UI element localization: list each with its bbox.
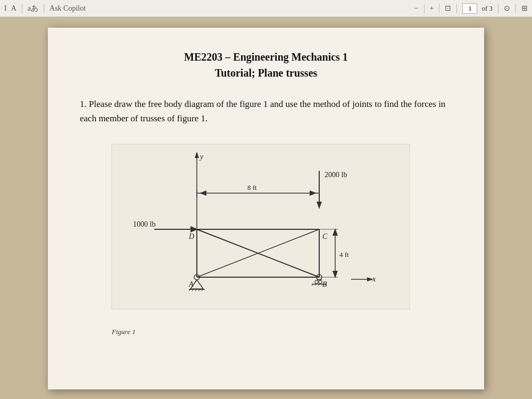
- document-title: ME2203 – Engineering Mechanics 1 Tutoria…: [80, 49, 452, 81]
- page-number-input[interactable]: [462, 3, 477, 14]
- svg-text:8 ft: 8 ft: [247, 184, 257, 192]
- page-count: of 3: [481, 4, 493, 13]
- toolbar-separator-7: [516, 4, 516, 13]
- figure-diagram: y x 2000 lb 8 ft: [112, 142, 410, 322]
- copy-icon[interactable]: ⊞: [521, 4, 528, 13]
- question-text: 1. Please draw the free body diagram of …: [80, 97, 452, 126]
- ask-copilot-button[interactable]: Ask Copilot: [49, 4, 86, 13]
- figure-label: Figure 1: [112, 328, 452, 336]
- document-page: ME2203 – Engineering Mechanics 1 Tutoria…: [48, 28, 484, 389]
- toolbar-separator-4: [439, 4, 439, 13]
- page-container: ME2203 – Engineering Mechanics 1 Tutoria…: [0, 17, 532, 399]
- svg-rect-0: [112, 144, 410, 309]
- truss-svg: y x 2000 lb 8 ft: [112, 142, 410, 322]
- title-line-2: Tutorial; Plane trusses: [80, 65, 452, 81]
- font-a-icon[interactable]: A: [11, 4, 16, 13]
- svg-text:A: A: [188, 280, 194, 288]
- plus-button[interactable]: +: [430, 4, 434, 13]
- toolbar: I A aあ Ask Copilot − + ⊡ of 3 ⊙ ⊞: [0, 0, 532, 17]
- aa-label[interactable]: aあ: [28, 4, 38, 13]
- svg-text:2000 lb: 2000 lb: [325, 171, 347, 179]
- svg-text:4 ft: 4 ft: [339, 251, 349, 259]
- svg-text:C: C: [322, 232, 328, 240]
- search-icon[interactable]: ⊙: [504, 4, 510, 13]
- fit-page-icon[interactable]: ⊡: [445, 4, 451, 13]
- toolbar-separator-3: [424, 4, 425, 13]
- minus-button[interactable]: −: [414, 4, 419, 13]
- toolbar-separator-1: [22, 4, 22, 13]
- title-line-1: ME2203 – Engineering Mechanics 1: [80, 49, 452, 65]
- svg-text:y: y: [199, 153, 204, 161]
- toolbar-separator-5: [456, 4, 457, 13]
- toolbar-separator-6: [498, 4, 498, 13]
- toolbar-separator-2: [44, 4, 44, 13]
- svg-text:1000 lb: 1000 lb: [133, 220, 155, 228]
- svg-text:D: D: [188, 232, 194, 240]
- italic-icon[interactable]: I: [4, 4, 7, 13]
